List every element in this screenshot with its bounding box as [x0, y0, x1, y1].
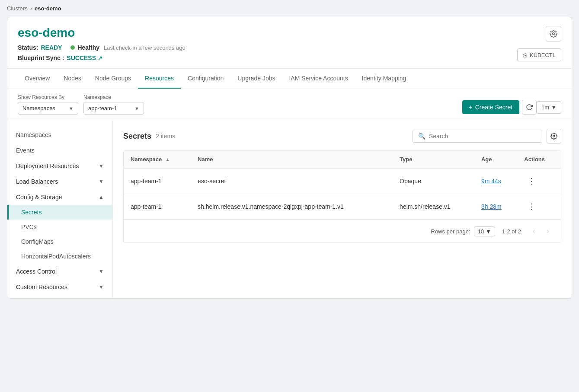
- show-resources-by-select[interactable]: Namespaces ▼: [18, 102, 78, 115]
- sidebar-group-deployment-resources[interactable]: Deployment Resources ▼: [7, 158, 112, 174]
- external-link-icon: ↗: [98, 55, 102, 61]
- row2-type: helm.sh/release.v1: [393, 194, 474, 220]
- terminal-icon: ⎘: [523, 51, 526, 58]
- svg-point-0: [553, 33, 555, 35]
- blueprint-value[interactable]: SUCCESS ↗: [67, 54, 102, 61]
- sidebar-item-configmaps[interactable]: ConfigMaps: [7, 234, 112, 249]
- custom-resources-label: Custom Resources: [16, 284, 67, 290]
- col-actions: Actions: [517, 151, 561, 168]
- chevron-up-icon: ▲: [99, 194, 104, 200]
- plus-icon: +: [469, 104, 473, 111]
- row2-actions-button[interactable]: ⋮: [524, 200, 539, 213]
- last-checkin: Last check-in a few seconds ago: [104, 45, 186, 51]
- load-balancers-label: Load Balancers: [16, 178, 58, 185]
- sidebar: Namespaces Events Deployment Resources ▼…: [7, 120, 113, 298]
- row2-age-link[interactable]: 3h 28m: [481, 203, 502, 210]
- settings-button[interactable]: [546, 26, 561, 41]
- chevron-down-icon-4: ▼: [99, 163, 104, 169]
- next-page-button[interactable]: ›: [542, 225, 554, 237]
- tab-iam-service-accounts[interactable]: IAM Service Accounts: [282, 69, 355, 89]
- rows-per-page-select[interactable]: 10 ▼: [474, 226, 495, 236]
- row1-type: Opaque: [393, 168, 474, 194]
- sidebar-group-config-storage[interactable]: Config & Storage ▲: [7, 189, 112, 205]
- create-secret-label: Create Secret: [475, 104, 512, 111]
- refresh-button[interactable]: [522, 100, 537, 115]
- col-age: Age: [474, 151, 517, 168]
- pagination-info: 1-2 of 2: [502, 228, 521, 235]
- prev-page-button[interactable]: ‹: [528, 225, 540, 237]
- search-box[interactable]: 🔍: [413, 130, 542, 143]
- health-indicator: [70, 45, 75, 50]
- tab-overview[interactable]: Overview: [18, 69, 57, 89]
- chevron-down-icon-2: ▼: [134, 106, 139, 111]
- row1-actions-button[interactable]: ⋮: [524, 175, 539, 188]
- create-secret-button[interactable]: + Create Secret: [462, 100, 520, 114]
- rows-per-page-label: Rows per page:: [431, 228, 470, 235]
- config-storage-label: Config & Storage: [16, 194, 62, 201]
- deployment-resources-label: Deployment Resources: [16, 163, 79, 169]
- tab-nodes[interactable]: Nodes: [57, 69, 88, 89]
- row1-age: 9m 44s: [474, 168, 517, 194]
- status-label: Status:: [18, 44, 38, 51]
- tab-resources[interactable]: Resources: [138, 69, 181, 89]
- table-settings-button[interactable]: [547, 129, 561, 143]
- row1-actions: ⋮: [517, 168, 561, 194]
- tabs-bar: Overview Nodes Node Groups Resources Con…: [7, 69, 572, 89]
- sort-arrow-namespace: ▲: [165, 157, 170, 162]
- row2-namespace: app-team-1: [124, 194, 191, 220]
- row1-age-link[interactable]: 9m 44s: [481, 178, 501, 185]
- cluster-header: eso-demo Status: READY Healthy Last chec…: [7, 17, 572, 69]
- blueprint-label: Blueprint Sync :: [18, 54, 64, 61]
- sidebar-group-access-control[interactable]: Access Control ▼: [7, 264, 112, 279]
- breadcrumb-current: eso-demo: [35, 5, 61, 12]
- tab-upgrade-jobs[interactable]: Upgrade Jobs: [230, 69, 282, 89]
- breadcrumb-parent[interactable]: Clusters: [7, 5, 28, 12]
- namespace-select[interactable]: app-team-1 ▼: [83, 102, 144, 115]
- cluster-title: eso-demo: [18, 26, 561, 40]
- sidebar-item-events[interactable]: Events: [7, 143, 112, 158]
- show-resources-by-label: Show Resources By: [18, 94, 78, 100]
- rows-per-page-value: 10: [478, 228, 484, 235]
- tab-node-groups[interactable]: Node Groups: [88, 69, 138, 89]
- search-input[interactable]: [429, 133, 537, 140]
- content-header: Secrets 2 items 🔍: [123, 129, 561, 143]
- sidebar-item-secrets[interactable]: Secrets: [7, 205, 112, 220]
- item-count: 2 items: [156, 133, 175, 140]
- sidebar-group-load-balancers[interactable]: Load Balancers ▼: [7, 174, 112, 189]
- col-name: Name: [191, 151, 393, 168]
- svg-point-1: [553, 135, 555, 137]
- col-namespace[interactable]: Namespace ▲: [124, 151, 191, 168]
- table-row: app-team-1 sh.helm.release.v1.namespace-…: [124, 194, 561, 220]
- main-content: Secrets 2 items 🔍: [113, 120, 572, 298]
- row2-name: sh.helm.release.v1.namespace-2qlgxpj-app…: [191, 194, 393, 220]
- chevron-down-icon-6: ▼: [99, 268, 104, 274]
- health-label: Healthy: [77, 44, 99, 51]
- pagination-nav: ‹ ›: [528, 225, 554, 237]
- sidebar-item-namespaces[interactable]: Namespaces: [7, 127, 112, 143]
- namespace-value: app-team-1: [88, 105, 117, 112]
- sidebar-group-custom-resources[interactable]: Custom Resources ▼: [7, 279, 112, 295]
- top-bar: Show Resources By Namespaces ▼ Namespace…: [7, 89, 572, 120]
- show-resources-by-value: Namespaces: [22, 105, 55, 112]
- content-title: Secrets: [123, 132, 151, 141]
- chevron-down-icon-8: ▼: [486, 228, 491, 235]
- sidebar-item-hpa[interactable]: HorizontalPodAutoscalers: [7, 249, 112, 264]
- table-row: app-team-1 eso-secret Opaque 9m 44s ⋮: [124, 168, 561, 194]
- sidebar-item-pvcs[interactable]: PVCs: [7, 220, 112, 234]
- row1-name: eso-secret: [191, 168, 393, 194]
- tab-identity-mapping[interactable]: Identity Mapping: [355, 69, 413, 89]
- chevron-down-icon-7: ▼: [99, 284, 104, 290]
- kubectl-button[interactable]: ⎘ KUBECTL: [517, 48, 561, 61]
- kubectl-label: KUBECTL: [530, 52, 556, 58]
- row2-age: 3h 28m: [474, 194, 517, 220]
- content-area: Namespaces Events Deployment Resources ▼…: [7, 120, 572, 298]
- breadcrumb-separator: ›: [30, 5, 32, 12]
- interval-button[interactable]: 1m ▼: [537, 101, 561, 114]
- secrets-table: Namespace ▲ Name Type Age: [123, 150, 561, 243]
- interval-value: 1m: [541, 104, 549, 111]
- row1-namespace: app-team-1: [124, 168, 191, 194]
- col-type: Type: [393, 151, 474, 168]
- namespace-label: Namespace: [83, 94, 144, 100]
- tab-configuration[interactable]: Configuration: [181, 69, 230, 89]
- chevron-down-icon: ▼: [69, 106, 74, 111]
